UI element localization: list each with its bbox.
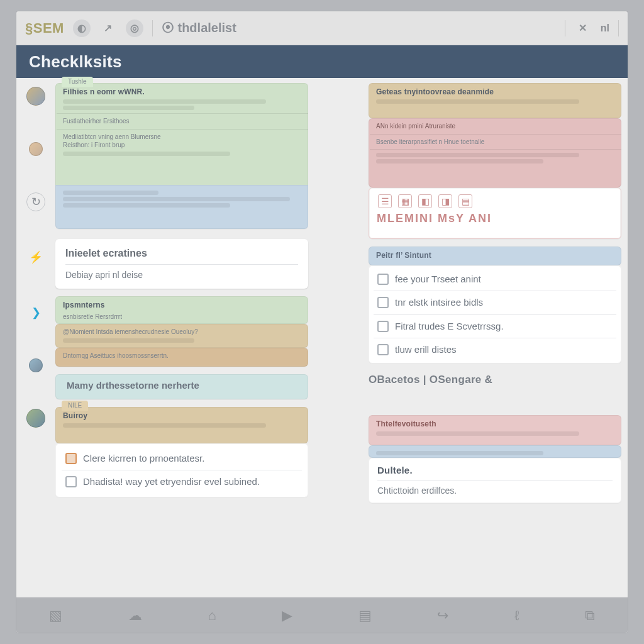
share-icon[interactable]: ↗ <box>99 19 117 37</box>
card-line: @Niomient Intsda iemenshecrudnesie Oueol… <box>63 328 302 336</box>
toolbar-title: ⦿ thdlalelist <box>162 21 236 35</box>
card-title: Mamy drthessetorne nerherte <box>67 379 301 392</box>
tools-icon[interactable]: ✕ <box>574 19 592 37</box>
chat-icon[interactable]: ❯ <box>26 303 45 322</box>
avatar-4[interactable] <box>26 409 45 428</box>
page-header: Checklksits <box>16 45 628 78</box>
stack-r3[interactable]: Thtelfevoituseth Dultele. Chticttoidn er… <box>369 415 621 503</box>
mini-icon[interactable]: ▦ <box>398 194 412 208</box>
toolbar-separator-3 <box>618 20 619 36</box>
toolbar-icon-2[interactable]: ◎ <box>126 19 143 37</box>
app-window: §SEM ◐ ↗ ◎ ⦿ thdlalelist ✕ nl Checklksit… <box>16 11 628 633</box>
checkbox-icon[interactable] <box>65 476 77 487</box>
toolbar: §SEM ◐ ↗ ◎ ⦿ thdlalelist ✕ nl <box>16 11 628 45</box>
panel-title: Inieelet ecratines <box>65 248 298 259</box>
bolt-icon[interactable]: ⚡ <box>26 248 45 267</box>
check-row[interactable]: tluw erill distes <box>374 338 616 361</box>
card-line: Fustlatheirher Ersithoes <box>63 117 302 126</box>
card-line: ANn kidein prnini Atruraniste <box>376 122 615 131</box>
card-title: Dultele. <box>377 464 613 477</box>
app-logo: §SEM <box>25 20 64 36</box>
mini-icon[interactable]: ◨ <box>438 194 452 208</box>
check-label: Clere kicrren to prnoentatesr. <box>83 452 204 465</box>
clipboard-icon[interactable]: ▤ <box>358 608 372 624</box>
card-line: Dntomqg Aseittucs ihoosmossnserrtn. <box>63 352 302 360</box>
card-title: Filhies n eomr wWNR. <box>63 87 302 97</box>
card-title: Buiroy <box>63 411 302 421</box>
card-line: Mediiatibtcn vning aenn Blumersne <box>63 133 302 142</box>
panel-header: Peitr fl’ Sintunt <box>376 250 615 260</box>
section-label: OBacetos | OSengare & <box>369 374 621 386</box>
checkbox-icon[interactable] <box>377 297 389 308</box>
check-label: Dhadista! way yet etryendisr evel subine… <box>83 475 260 488</box>
card-tab: NILE <box>62 401 88 411</box>
toolbar-separator <box>152 20 153 36</box>
stack-3[interactable]: Ipsmnterns esnbisretle Rersrdrrrt @Niomi… <box>55 296 308 367</box>
play-icon[interactable]: ▶ <box>282 608 292 624</box>
checkbox-icon[interactable] <box>377 344 389 355</box>
card-title: Thtelfevoituseth <box>376 419 615 429</box>
card-tab: Tushle <box>62 77 93 87</box>
left-column: Tushle Filhies n eomr wWNR. Fustlatheirh… <box>55 83 308 503</box>
stack-5[interactable]: NILE Buiroy Clere kicrren to prnoentates… <box>55 407 308 497</box>
bottom-dock: ▧ ☁ ⌂ ▶ ▤ ↪ ℓ ⧉ <box>16 597 628 633</box>
stack-1[interactable]: Tushle Filhies n eomr wWNR. Fustlatheirh… <box>55 83 308 229</box>
card-title: Geteas tnyintoovreae deanmide <box>376 87 615 97</box>
archive-icon[interactable]: ⌂ <box>208 608 216 624</box>
page-title: Checklksits <box>29 52 122 72</box>
check-label: Fitral trudes E Scvetrrssg. <box>395 320 504 333</box>
panel-subtitle: Debiay apri nl deise <box>65 270 298 280</box>
compose-icon[interactable]: ▧ <box>49 608 62 624</box>
sidebar: ↻ ⚡ ❯ <box>16 78 55 597</box>
card-teal[interactable]: Mamy drthessetorne nerherte <box>55 374 308 399</box>
check-row[interactable]: Clere kicrren to prnoentatesr. <box>62 447 302 470</box>
card-line: Bsenbe iterarpnasifiet n Hnue toetnalie <box>376 138 615 147</box>
check-row[interactable]: fee your Trseet anint <box>374 268 616 291</box>
avatar-3[interactable] <box>29 358 43 372</box>
content-area: ↻ ⚡ ❯ Tushle Filhies n eomr wWNR. Fustla… <box>16 78 628 597</box>
mini-icon[interactable]: ▤ <box>458 194 472 208</box>
stack-r2: Peitr fl’ Sintunt fee your Trseet anint … <box>369 247 621 364</box>
more-icon[interactable]: ⧉ <box>585 608 595 624</box>
panel-routines[interactable]: Inieelet ecratines Debiay apri nl deise <box>55 239 308 289</box>
link-icon[interactable]: ℓ <box>514 608 519 624</box>
refresh-icon[interactable]: ↻ <box>26 192 45 211</box>
check-row[interactable]: Dhadista! way yet etryendisr evel subine… <box>62 470 302 493</box>
check-row[interactable]: Fitral trudes E Scvetrrssg. <box>374 315 616 338</box>
forward-icon[interactable]: ↪ <box>437 608 448 624</box>
card-line: Reisthon: i Firont brup <box>63 141 302 150</box>
mini-icon[interactable]: ◧ <box>418 194 432 208</box>
card-line: esnbisretle Rersrdrrrt <box>63 313 302 321</box>
checkbox-icon[interactable] <box>377 321 389 332</box>
avatar[interactable] <box>26 87 45 106</box>
check-row[interactable]: tnr elstk intsiree bidls <box>374 291 616 314</box>
toolbar-right-label: nl <box>601 23 609 34</box>
checkbox-icon[interactable] <box>377 274 389 285</box>
check-label: tnr elstk intsiree bidls <box>395 296 483 309</box>
right-column: Geteas tnyintoovreae deanmide ANn kidein… <box>369 83 621 503</box>
card-title: Ipsmnterns <box>63 300 302 310</box>
mini-icon[interactable]: ☰ <box>378 194 392 208</box>
group-icon[interactable]: ☁ <box>128 608 142 624</box>
check-label: tluw erill distes <box>395 343 457 356</box>
letter-row: MLEMINI MsY ANI <box>377 211 614 226</box>
toolbar-separator-2 <box>565 20 565 36</box>
icon-row: ☰ ▦ ◧ ◨ ▤ <box>377 192 614 211</box>
card-subtitle: Chticttoidn erdilfces. <box>377 485 613 497</box>
toolbar-icon-1[interactable]: ◐ <box>73 19 91 37</box>
checkbox-icon[interactable] <box>65 453 77 464</box>
avatar-2[interactable] <box>29 142 43 156</box>
board: Tushle Filhies n eomr wWNR. Fustlatheirh… <box>55 78 628 597</box>
check-label: fee your Trseet anint <box>395 273 481 286</box>
stack-r1[interactable]: Geteas tnyintoovreae deanmide ANn kidein… <box>369 83 621 239</box>
